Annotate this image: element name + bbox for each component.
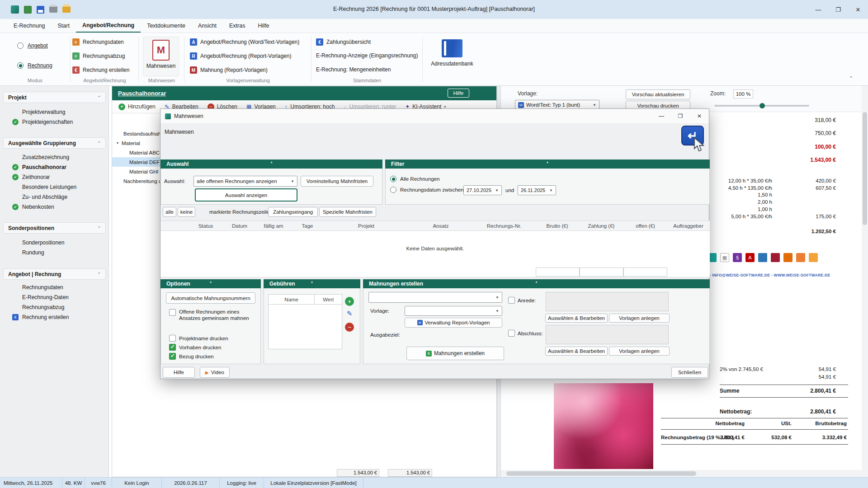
window-minimize-button[interactable]: — bbox=[808, 0, 828, 19]
window-close-button[interactable]: ✕ bbox=[848, 0, 868, 19]
checkbox-bezug[interactable]: Bezug drucken bbox=[169, 353, 214, 360]
add-button[interactable]: +Hinzufügen bbox=[118, 103, 156, 110]
zahlungseingang-button[interactable]: Zahlungseingang bbox=[268, 207, 318, 217]
ribbon-item-zahlungsuebersicht[interactable]: €Zahlungsübersicht bbox=[316, 38, 371, 46]
video-button[interactable]: ▶Video bbox=[200, 367, 230, 378]
radio-alle-rechnungen[interactable]: Alle Rechnungen bbox=[390, 176, 440, 182]
sidebar-section-angebot-rechnung[interactable]: Angebot | Rechnung⌃ bbox=[3, 268, 106, 280]
checkbox-projektname[interactable]: Projektname drucken bbox=[169, 335, 228, 342]
schliessen-button[interactable]: Schließen bbox=[671, 367, 708, 378]
menu-item-ansicht[interactable]: Ansicht bbox=[192, 19, 223, 33]
anrede-vorlagen-anlegen-button[interactable]: Vorlagen anlegen bbox=[609, 314, 670, 323]
dialog-minimize-button[interactable]: — bbox=[652, 109, 671, 123]
date-from-dropdown[interactable]: 27.10.2025▼ bbox=[463, 185, 502, 195]
ribbon-item-rechnung-erstellen[interactable]: €Rechnung erstellen bbox=[72, 66, 129, 74]
sidebar-item-zeithonorar[interactable]: ✓Zeithonorar bbox=[0, 173, 109, 182]
sidebar-item-rundung[interactable]: Rundung bbox=[0, 248, 109, 257]
checkbox-anrede[interactable]: Anrede: bbox=[508, 297, 536, 304]
collapse-icon[interactable]: ▴ bbox=[311, 280, 313, 284]
menu-item-hilfe[interactable]: Hilfe bbox=[251, 19, 275, 33]
ribbon-item-report-vorlagen[interactable]: RAngebot/Rechnung (Report-Vorlagen) bbox=[190, 52, 291, 60]
column-header-datum[interactable]: Datum bbox=[224, 221, 255, 230]
sidebar-item-rechnung-erstellen[interactable]: €Rechnung erstellen bbox=[0, 313, 109, 322]
column-header-status[interactable]: Status bbox=[188, 221, 224, 230]
column-header-projekt[interactable]: Projekt bbox=[323, 221, 409, 230]
menu-item-textdokumente[interactable]: Textdokumente bbox=[141, 19, 192, 33]
hscrollbar-thumb[interactable] bbox=[506, 471, 696, 476]
sidebar-item-nebenkosten[interactable]: ✓Nebenkosten bbox=[0, 202, 109, 211]
sidebar-item-zusatzbezeichnung[interactable]: Zusatzbezeichnung bbox=[0, 153, 109, 162]
sidebar-item-rechnungsdaten[interactable]: Rechnungsdaten bbox=[0, 283, 109, 292]
abschluss-vorlagen-anlegen-button[interactable]: Vorlagen anlegen bbox=[609, 347, 670, 356]
alle-button[interactable]: alle bbox=[163, 207, 176, 217]
gebuehr-remove-button[interactable]: − bbox=[345, 323, 354, 332]
window-maximize-button[interactable]: ❐ bbox=[828, 0, 848, 19]
checkbox-abschluss[interactable]: Abschluss: bbox=[508, 330, 543, 337]
preview-vscrollbar[interactable] bbox=[862, 86, 868, 477]
sidebar-item-sonderpositionen[interactable]: Sonderpositionen bbox=[0, 238, 109, 247]
gebuehr-edit-button[interactable]: ✎ bbox=[345, 309, 354, 318]
auswahl-dropdown[interactable]: alle offenen Rechnungen anzeigen▼ bbox=[193, 176, 297, 187]
ribbon-item-mahnung-vorlagen[interactable]: MMahnung (Report-Vorlagen) bbox=[190, 66, 268, 74]
anrede-textfield[interactable] bbox=[546, 292, 669, 311]
auto-mahnungsnummern-button[interactable]: Automatische Mahnungsnummern bbox=[166, 292, 255, 304]
ribbon-radio-rechnung[interactable]: Rechnung bbox=[17, 62, 52, 69]
column-header-offen[interactable]: offen (€) bbox=[624, 221, 667, 230]
help-button[interactable]: Hilfe bbox=[448, 89, 469, 98]
menu-item-angebot-rechnung[interactable]: Angebot/Rechnung bbox=[76, 19, 141, 33]
slider-handle[interactable] bbox=[760, 103, 765, 108]
vscrollbar-thumb[interactable] bbox=[863, 112, 867, 225]
preview-hscrollbar[interactable] bbox=[501, 470, 862, 477]
collapse-icon[interactable]: ▴ bbox=[535, 280, 537, 284]
dialog-close-button[interactable]: ✕ bbox=[690, 109, 709, 123]
column-header-ansatz[interactable]: Ansatz bbox=[409, 221, 472, 230]
sidebar-section-gruppierung[interactable]: Ausgewählte Gruppierung⌃ bbox=[3, 137, 106, 149]
mahnstufe-dropdown[interactable]: ▼ bbox=[368, 292, 502, 303]
sidebar-section-projekt[interactable]: Projekt⌃ bbox=[3, 92, 106, 103]
column-header-tage[interactable]: Tage bbox=[292, 221, 323, 230]
sidebar-item-e-rechnung-daten[interactable]: E-Rechnung-Daten bbox=[0, 293, 109, 302]
gebuehr-add-button[interactable]: + bbox=[345, 297, 354, 306]
menu-item-extras[interactable]: Extras bbox=[223, 19, 251, 33]
ribbon-radio-angebot[interactable]: Angebot bbox=[17, 42, 48, 49]
column-header-zahlung[interactable]: Zahlung (€) bbox=[579, 221, 624, 230]
sidebar-item-besondere-leistungen[interactable]: Besondere Leistungen bbox=[0, 183, 109, 192]
ribbon-button-adressdatenbank[interactable]: Adressdatenbank bbox=[424, 37, 480, 76]
refresh-preview-button[interactable]: Vorschau aktualisieren bbox=[626, 89, 690, 99]
sidebar-section-sonderpositionen[interactable]: Sonderpositionen⌃ bbox=[3, 222, 106, 234]
sidebar-item-projektverwaltung[interactable]: Projektverwaltung bbox=[0, 108, 109, 117]
anrede-auswaehlen-button[interactable]: Auswählen & Bearbeiten bbox=[545, 314, 608, 323]
menu-item-e-rechnung[interactable]: E-Rechnung bbox=[7, 19, 52, 33]
zoom-slider[interactable] bbox=[714, 103, 809, 108]
dialog-hilfe-button[interactable]: Hilfe bbox=[163, 367, 195, 378]
tab-pauschalhonorar[interactable]: Pauschalhonorar bbox=[118, 90, 166, 97]
menu-item-start[interactable]: Start bbox=[52, 19, 76, 33]
sidebar-item-zu-und-abschlaege[interactable]: Zu- und Abschläge bbox=[0, 192, 109, 202]
checkbox-vorhaben[interactable]: Vorhaben drucken bbox=[169, 344, 221, 351]
sidebar-item-rechnungsabzug[interactable]: Rechnungsabzug bbox=[0, 303, 109, 312]
voreinstellung-mahnfristen-button[interactable]: Voreinstellung Mahnfristen bbox=[301, 176, 373, 187]
ribbon-item-rechnungsdaten[interactable]: ≡Rechnungsdaten bbox=[72, 38, 124, 46]
mahnvorlage-dropdown[interactable]: ▼ bbox=[405, 306, 502, 316]
sidebar-item-projekteigenschaften[interactable]: ✓Projekteigenschaften bbox=[0, 117, 109, 127]
ribbon-item-e-rechnung-anzeige[interactable]: E-Rechnung-Anzeige (Eingangsrechnung) bbox=[316, 52, 418, 59]
keine-button[interactable]: keine bbox=[178, 207, 195, 217]
collapse-icon[interactable]: ▴ bbox=[547, 160, 548, 164]
dialog-maximize-button[interactable]: ❐ bbox=[671, 109, 690, 123]
ribbon-item-rechnungsabzug[interactable]: ≡Rechnungsabzug bbox=[72, 52, 125, 60]
ribbon-item-word-text-vorlagen[interactable]: AAngebot/Rechnung (Word/Text-Vorlagen) bbox=[190, 38, 299, 46]
ribbon-button-mahnwesen[interactable]: M Mahnwesen bbox=[143, 37, 179, 76]
checkbox-gemeinsam-mahnen[interactable]: Offene Rechnungen eines Ansatzes gemeins… bbox=[169, 309, 258, 321]
column-header-rechnungsnr[interactable]: Rechnungs-Nr. bbox=[472, 221, 536, 230]
collapse-icon[interactable]: ▴ bbox=[210, 280, 212, 284]
mahnungen-erstellen-button[interactable]: €Mahnungen erstellen bbox=[406, 347, 504, 360]
date-to-dropdown[interactable]: 26.11.2025▼ bbox=[518, 185, 556, 195]
sidebar-item-pauschalhonorar[interactable]: ✓Pauschalhonorar bbox=[0, 163, 109, 172]
radio-rechnungsdatum[interactable]: Rechnungsdatum zwischen bbox=[390, 187, 464, 193]
ribbon-collapse-icon[interactable]: ⌃ bbox=[849, 75, 853, 81]
collapse-icon[interactable]: ▴ bbox=[270, 160, 272, 164]
spezielle-mahnfristen-button[interactable]: Spezielle Mahnfristen bbox=[319, 207, 376, 217]
column-header-auftraggeber[interactable]: Auftraggeber bbox=[667, 221, 710, 230]
abschluss-textfield[interactable] bbox=[546, 325, 669, 344]
abschluss-auswaehlen-button[interactable]: Auswählen & Bearbeiten bbox=[545, 347, 608, 356]
